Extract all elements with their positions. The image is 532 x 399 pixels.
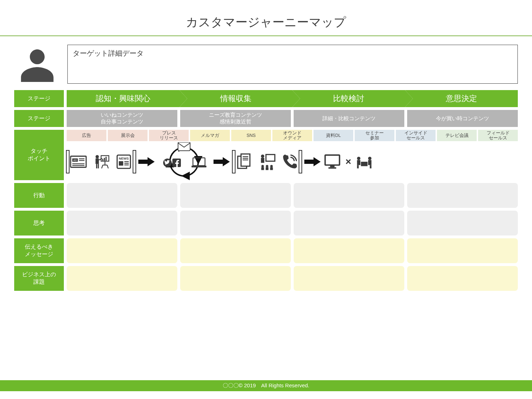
- svg-point-52: [357, 157, 360, 160]
- cell-message-1: [180, 238, 291, 263]
- touchpoint-icons: AD NEWS: [67, 143, 518, 180]
- content-stage-1: ニーズ教育コンテンツ感情刺激近哲: [180, 110, 291, 127]
- svg-rect-44: [266, 167, 268, 170]
- svg-rect-13: [102, 159, 103, 161]
- svg-text:AD: AD: [73, 159, 77, 161]
- persona-avatar-icon: [14, 45, 60, 84]
- row-label-behavior: 行動: [14, 183, 64, 208]
- svg-rect-5: [72, 164, 84, 164]
- content-stage-3: 今が買い時コンテンツ: [407, 110, 518, 127]
- content-stage-2: 詳細・比較コンテンツ: [294, 110, 404, 127]
- row-label-content-stage: ステージ: [14, 110, 64, 127]
- tp-doc-dl: 資料DL: [314, 130, 353, 141]
- svg-marker-26: [138, 157, 155, 166]
- svg-rect-50: [328, 167, 336, 169]
- svg-rect-56: [368, 160, 371, 165]
- svg-rect-24: [124, 163, 129, 164]
- multiply-icon: ×: [344, 156, 353, 167]
- svg-rect-8: [95, 159, 99, 164]
- newspaper-icon: NEWS: [115, 152, 133, 171]
- svg-rect-25: [124, 165, 129, 165]
- row-label-message: 伝えるべき メッセージ: [14, 238, 64, 263]
- arrow-right-icon: [138, 156, 155, 167]
- page-title: カスタマージャーニーマップ: [0, 0, 532, 36]
- svg-point-43: [266, 165, 268, 167]
- svg-rect-46: [270, 167, 273, 170]
- svg-point-55: [368, 157, 371, 160]
- svg-rect-51: [361, 162, 368, 166]
- svg-marker-47: [304, 157, 321, 166]
- svg-rect-15: [106, 157, 107, 161]
- tp-field-sales: フィールド セールス: [478, 130, 518, 141]
- stage-awareness: 認知・興味関心: [67, 90, 179, 107]
- laptop-icon: [192, 158, 206, 167]
- meeting-icon: [355, 152, 373, 171]
- svg-rect-54: [357, 165, 359, 168]
- svg-point-38: [261, 155, 264, 158]
- svg-rect-10: [98, 164, 99, 168]
- svg-rect-40: [266, 155, 275, 161]
- svg-rect-14: [104, 158, 105, 161]
- tp-group-awareness: AD NEWS: [67, 152, 135, 171]
- monitor-icon: [323, 152, 341, 171]
- cell-issue-1: [180, 266, 291, 291]
- tp-group-research-cycle: [157, 142, 211, 181]
- svg-point-7: [95, 155, 99, 158]
- content-stage-0: いいねコンテンツ自分事コンテンツ: [67, 110, 177, 127]
- cell-thought-1: [180, 211, 291, 235]
- cell-behavior-2: [294, 183, 404, 208]
- cell-thought-3: [407, 211, 518, 235]
- cell-behavior-0: [67, 183, 177, 208]
- cell-thought-0: [67, 211, 177, 235]
- tp-seminar: セミナー 参加: [355, 130, 394, 141]
- svg-rect-48: [325, 155, 340, 165]
- cell-issue-0: [67, 266, 177, 291]
- row-label-thought: 思考: [14, 211, 64, 235]
- tp-inside-sales: インサイド セールス: [396, 130, 436, 141]
- cell-message-2: [294, 238, 404, 263]
- svg-rect-9: [96, 164, 97, 168]
- mail-icon: [178, 142, 190, 151]
- tp-ad: 広告: [67, 130, 106, 141]
- stage-compare: 比較検討: [292, 90, 405, 107]
- svg-rect-22: [119, 161, 123, 166]
- svg-rect-27: [178, 142, 190, 151]
- cell-issue-3: [407, 266, 518, 291]
- tp-exhibition: 展示会: [108, 130, 148, 141]
- tp-group-compare: [233, 152, 301, 171]
- svg-rect-39: [261, 158, 264, 163]
- svg-rect-49: [330, 166, 335, 167]
- svg-line-18: [102, 165, 103, 168]
- svg-text:NEWS: NEWS: [119, 157, 129, 160]
- footer-copyright: 〇〇〇© 2019 All Rights Reserved.: [0, 380, 532, 391]
- row-label-issue: ビジネス上の 課題: [14, 266, 64, 291]
- stage-decision: 意思決定: [405, 90, 518, 107]
- cell-thought-2: [294, 211, 404, 235]
- cell-message-0: [67, 238, 177, 263]
- ad-banner-icon: AD: [70, 152, 87, 171]
- svg-rect-23: [124, 161, 129, 162]
- row-label-stage: ステージ: [14, 90, 64, 107]
- target-detail-box: ターゲット詳細データ: [67, 45, 518, 84]
- svg-rect-57: [370, 165, 372, 168]
- svg-point-41: [261, 165, 264, 167]
- svg-line-11: [99, 159, 102, 160]
- arrow-right-icon: [214, 156, 230, 167]
- svg-rect-42: [261, 167, 264, 170]
- svg-rect-36: [243, 158, 248, 159]
- arrow-right-icon: [304, 156, 321, 167]
- svg-point-45: [270, 165, 273, 167]
- tp-owned-media: オウンド メディア: [272, 130, 312, 141]
- presenter-icon: [92, 152, 110, 171]
- row-label-touchpoint: タッチ ポイント: [14, 130, 64, 180]
- cell-message-3: [407, 238, 518, 263]
- twitter-icon: [163, 159, 172, 167]
- stage-research: 情報収集: [179, 90, 292, 107]
- documents-icon: [235, 152, 253, 171]
- svg-rect-3: [79, 159, 85, 159]
- cell-behavior-3: [407, 183, 518, 208]
- facebook-icon: [172, 159, 181, 167]
- touchpoint-chips: 広告 展示会 プレス リリース メルマガ SNS オウンド メディア 資料DL …: [67, 130, 518, 141]
- svg-rect-35: [243, 156, 248, 157]
- svg-rect-53: [357, 160, 360, 165]
